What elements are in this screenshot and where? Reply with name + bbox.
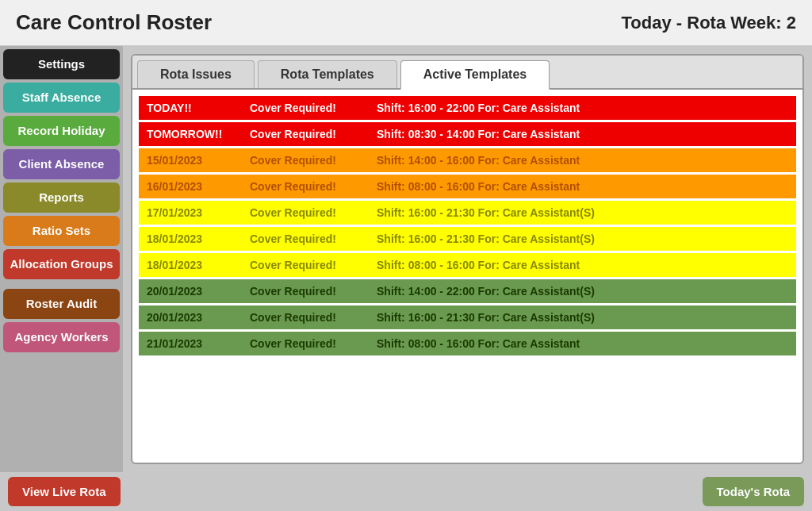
app-title: Care Control Roster (16, 10, 212, 35)
issue-date: 18/01/2023 (139, 253, 242, 277)
sidebar-btn-allocation-groups[interactable]: Allocation Groups (3, 249, 120, 279)
table-row[interactable]: 21/01/2023Cover Required!Shift: 08:00 - … (139, 332, 796, 355)
table-row[interactable]: TODAY!!Cover Required!Shift: 16:00 - 22:… (139, 96, 796, 120)
issue-status: Cover Required! (242, 175, 369, 198)
issue-detail: Shift: 08:00 - 16:00 For: Care Assistant (369, 253, 796, 277)
sidebar-btn-staff-absence[interactable]: Staff Absence (3, 83, 120, 113)
issue-date: 20/01/2023 (139, 279, 242, 303)
tabs-panel: Rota IssuesRota TemplatesActive Template… (131, 54, 804, 464)
sidebar-btn-roster-audit[interactable]: Roster Audit (3, 289, 120, 319)
table-row[interactable]: 15/01/2023Cover Required!Shift: 14:00 - … (139, 148, 796, 172)
issue-date: 15/01/2023 (139, 148, 242, 172)
issue-detail: Shift: 08:00 - 16:00 For: Care Assistant (369, 175, 796, 198)
issue-date: 17/01/2023 (139, 201, 242, 225)
issue-detail: Shift: 16:00 - 21:30 For: Care Assistant… (369, 305, 796, 329)
rota-week-label: Today - Rota Week: 2 (622, 13, 796, 33)
main-layout: SettingsStaff AbsenceRecord HolidayClien… (0, 46, 812, 472)
app-header: Care Control Roster Today - Rota Week: 2 (0, 0, 812, 46)
issue-status: Cover Required! (242, 253, 369, 277)
table-row[interactable]: 16/01/2023Cover Required!Shift: 08:00 - … (139, 175, 796, 198)
issue-status: Cover Required! (242, 279, 369, 303)
table-row[interactable]: 20/01/2023Cover Required!Shift: 14:00 - … (139, 279, 796, 303)
tab-rota-templates[interactable]: Rota Templates (258, 60, 397, 88)
todays-rota-button[interactable]: Today's Rota (703, 477, 804, 506)
sidebar: SettingsStaff AbsenceRecord HolidayClien… (0, 46, 123, 472)
issue-status: Cover Required! (242, 227, 369, 251)
table-container[interactable]: TODAY!!Cover Required!Shift: 16:00 - 22:… (132, 90, 802, 463)
issue-date: 21/01/2023 (139, 332, 242, 355)
view-live-rota-button[interactable]: View Live Rota (8, 477, 121, 506)
issue-detail: Shift: 08:00 - 16:00 For: Care Assistant (369, 332, 796, 355)
issue-date: TODAY!! (139, 96, 242, 120)
issue-date: 20/01/2023 (139, 305, 242, 329)
issue-date: 18/01/2023 (139, 227, 242, 251)
issue-detail: Shift: 16:00 - 21:30 For: Care Assistant… (369, 201, 796, 225)
sidebar-btn-reports[interactable]: Reports (3, 182, 120, 213)
sidebar-btn-record-holiday[interactable]: Record Holiday (3, 116, 120, 146)
issues-table: TODAY!!Cover Required!Shift: 16:00 - 22:… (139, 96, 796, 358)
issue-status: Cover Required! (242, 148, 369, 172)
sidebar-btn-ratio-sets[interactable]: Ratio Sets (3, 216, 120, 246)
issue-detail: Shift: 16:00 - 22:00 For: Care Assistant (369, 96, 796, 120)
issue-status: Cover Required! (242, 201, 369, 225)
sidebar-btn-client-absence[interactable]: Client Absence (3, 149, 120, 179)
table-row[interactable]: 17/01/2023Cover Required!Shift: 16:00 - … (139, 201, 796, 225)
issue-status: Cover Required! (242, 305, 369, 329)
issue-date: TOMORROW!! (139, 122, 242, 146)
footer: View Live Rota Today's Rota (0, 472, 812, 511)
issue-detail: Shift: 14:00 - 22:00 For: Care Assistant… (369, 279, 796, 303)
table-row[interactable]: 18/01/2023Cover Required!Shift: 08:00 - … (139, 253, 796, 277)
sidebar-btn-agency-workers[interactable]: Agency Workers (3, 322, 120, 352)
tab-rota-issues[interactable]: Rota Issues (137, 60, 255, 88)
issue-detail: Shift: 16:00 - 21:30 For: Care Assistant… (369, 227, 796, 251)
issue-status: Cover Required! (242, 332, 369, 355)
table-row-spacer (139, 355, 796, 358)
tabs-header: Rota IssuesRota TemplatesActive Template… (132, 56, 802, 90)
issue-detail: Shift: 08:30 - 14:00 For: Care Assistant (369, 122, 796, 146)
tab-active-templates[interactable]: Active Templates (400, 60, 550, 90)
table-row[interactable]: 20/01/2023Cover Required!Shift: 16:00 - … (139, 305, 796, 329)
issue-status: Cover Required! (242, 122, 369, 146)
issue-detail: Shift: 14:00 - 16:00 For: Care Assistant (369, 148, 796, 172)
content-area: Rota IssuesRota TemplatesActive Template… (123, 46, 812, 472)
issue-date: 16/01/2023 (139, 175, 242, 198)
table-row[interactable]: 18/01/2023Cover Required!Shift: 16:00 - … (139, 227, 796, 251)
issue-status: Cover Required! (242, 96, 369, 120)
table-row[interactable]: TOMORROW!!Cover Required!Shift: 08:30 - … (139, 122, 796, 146)
sidebar-btn-settings[interactable]: Settings (3, 49, 120, 79)
